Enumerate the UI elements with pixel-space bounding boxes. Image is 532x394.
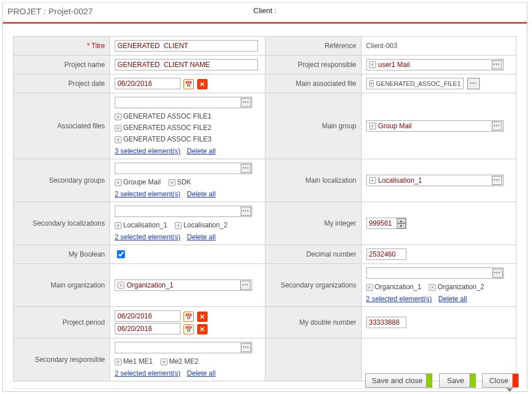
remove-icon[interactable]: ×	[115, 125, 122, 132]
label-main-organization: Main organization	[50, 281, 105, 289]
ellipsis-icon[interactable]: ···	[492, 121, 502, 131]
label-secondary-responsible: Secondary responsible	[35, 356, 105, 364]
step-down-icon[interactable]: ▼	[397, 223, 406, 228]
header-divider	[3, 22, 527, 23]
secondary-responsible-input[interactable]	[115, 342, 252, 353]
ellipsis-icon[interactable]: ···	[241, 98, 251, 107]
my-boolean-checkbox[interactable]	[117, 250, 125, 258]
remove-icon[interactable]: ×	[115, 179, 122, 186]
project-name-input[interactable]	[115, 59, 258, 70]
label-main-group: Main group	[322, 122, 356, 130]
remove-icon[interactable]: ×	[369, 123, 376, 129]
label-project-period: Project period	[62, 318, 105, 326]
label-reference: Référence	[324, 42, 356, 50]
form-table: * Titre Référence Client-003 Project nam…	[13, 36, 517, 381]
label-titre: Titre	[91, 42, 105, 50]
my-double-number-input[interactable]	[366, 317, 406, 328]
secondary-groups-selected-link[interactable]: 2 selected element(s)	[115, 190, 181, 198]
secondary-localizations-input[interactable]	[115, 206, 252, 217]
remove-icon[interactable]: ×	[161, 358, 167, 365]
clear-date-icon[interactable]: ✕	[197, 312, 208, 322]
calendar-icon[interactable]: 📅	[183, 312, 194, 322]
period-end-input[interactable]	[115, 323, 181, 334]
ellipsis-icon[interactable]: ···	[240, 281, 251, 290]
associated-files-list: ×GENERATED ASSOC FILE1 ×GENERATED ASSOC …	[115, 111, 260, 145]
save-and-close-button[interactable]: Save and close	[365, 373, 432, 388]
remove-icon[interactable]: ×	[169, 179, 175, 186]
label-decimal-number: Decimal number	[306, 250, 356, 258]
titre-input[interactable]	[115, 40, 258, 52]
label-secondary-groups: Secondary groups	[49, 176, 105, 184]
form-content: * Titre Référence Client-003 Project nam…	[3, 25, 527, 384]
calendar-icon[interactable]: 📅	[183, 79, 194, 89]
my-integer-stepper[interactable]: ▲▼	[366, 218, 406, 229]
label-main-associated-file: Main associated file	[296, 80, 356, 88]
remove-icon[interactable]: ×	[429, 284, 436, 291]
secondary-groups-delete-all-link[interactable]: Delete all	[187, 190, 216, 198]
associated-files-input[interactable]	[115, 97, 252, 108]
project-date-input[interactable]	[115, 78, 181, 89]
remove-icon[interactable]: ×	[366, 284, 373, 291]
label-secondary-localizations: Secondary localizations	[33, 219, 105, 227]
reference-value: Client-003	[366, 42, 398, 50]
label-project-responsible: Project responsible	[298, 61, 356, 69]
remove-icon[interactable]: ×	[118, 282, 124, 289]
ellipsis-icon[interactable]: ···	[492, 269, 503, 278]
footer-buttons: Save and close Save Close	[361, 373, 519, 388]
window-header: PROJET : Projet-0027 Client :	[3, 3, 527, 22]
secondary-responsible-delete-all-link[interactable]: Delete all	[187, 369, 216, 377]
label-project-name: Project name	[64, 61, 105, 69]
remove-icon[interactable]: ×	[115, 358, 122, 365]
associated-files-selected-link[interactable]: 3 selected element(s)	[115, 147, 181, 155]
label-associated-files: Associated files	[57, 122, 105, 130]
remove-icon[interactable]: ×	[369, 177, 376, 184]
secondary-localizations-selected-link[interactable]: 2 selected element(s)	[115, 233, 181, 241]
secondary-localizations-delete-all-link[interactable]: Delete all	[187, 233, 216, 241]
scroll-indicator[interactable]	[13, 388, 517, 394]
calendar-icon[interactable]: 📅	[183, 324, 194, 334]
ellipsis-icon[interactable]: ···	[492, 176, 502, 185]
label-my-boolean: My Boolean	[69, 250, 105, 258]
associated-files-delete-all-link[interactable]: Delete all	[187, 147, 216, 155]
label-secondary-organizations: Secondary organizations	[280, 281, 356, 289]
main-organization-picker[interactable]: × Organization_1 ···	[115, 279, 252, 291]
close-button[interactable]: Close	[482, 373, 519, 388]
label-my-integer: My integer	[324, 219, 356, 227]
label-my-double-number: My double number	[299, 318, 356, 326]
ellipsis-icon[interactable]: ···	[492, 60, 502, 69]
remove-icon[interactable]: ×	[369, 61, 376, 68]
project-responsible-picker[interactable]: × user1 Mail ···	[366, 59, 504, 70]
remove-icon[interactable]: ×	[175, 222, 182, 229]
label-project-date: Project date	[68, 80, 105, 88]
remove-icon[interactable]: ×	[115, 113, 122, 120]
step-up-icon[interactable]: ▲	[397, 218, 406, 223]
ellipsis-icon[interactable]: ···	[467, 78, 480, 89]
project-form-window: PROJET : Projet-0027 Client : * Titre Ré…	[2, 2, 527, 392]
period-start-input[interactable]	[115, 310, 181, 322]
remove-icon[interactable]: ×	[369, 80, 374, 87]
secondary-responsible-selected-link[interactable]: 2 selected element(s)	[115, 369, 181, 377]
clear-date-icon[interactable]: ✕	[197, 324, 208, 334]
secondary-groups-input[interactable]	[115, 163, 252, 174]
decimal-number-input[interactable]	[366, 249, 406, 260]
ellipsis-icon[interactable]: ···	[241, 164, 251, 173]
secondary-organizations-delete-all-link[interactable]: Delete all	[439, 295, 467, 303]
chevron-down-icon[interactable]	[506, 388, 513, 392]
client-label: Client :	[253, 6, 276, 15]
secondary-organizations-input[interactable]	[366, 267, 504, 279]
save-button[interactable]: Save	[439, 373, 476, 388]
ellipsis-icon[interactable]: ···	[241, 207, 251, 216]
project-title: PROJET : Projet-0027	[7, 6, 93, 16]
ellipsis-icon[interactable]: ···	[241, 343, 251, 352]
remove-icon[interactable]: ×	[115, 222, 122, 229]
remove-icon[interactable]: ×	[115, 136, 122, 143]
main-localization-picker[interactable]: × Localisation_1 ···	[366, 175, 504, 186]
label-main-localization: Main localization	[306, 176, 357, 184]
main-assoc-file-chip[interactable]: × GENERATED_ASSOC_FILE1	[366, 78, 464, 89]
main-group-picker[interactable]: × Group Mail ···	[366, 120, 504, 132]
secondary-organizations-selected-link[interactable]: 2 selected element(s)	[366, 295, 432, 303]
clear-date-icon[interactable]: ✕	[197, 79, 208, 89]
